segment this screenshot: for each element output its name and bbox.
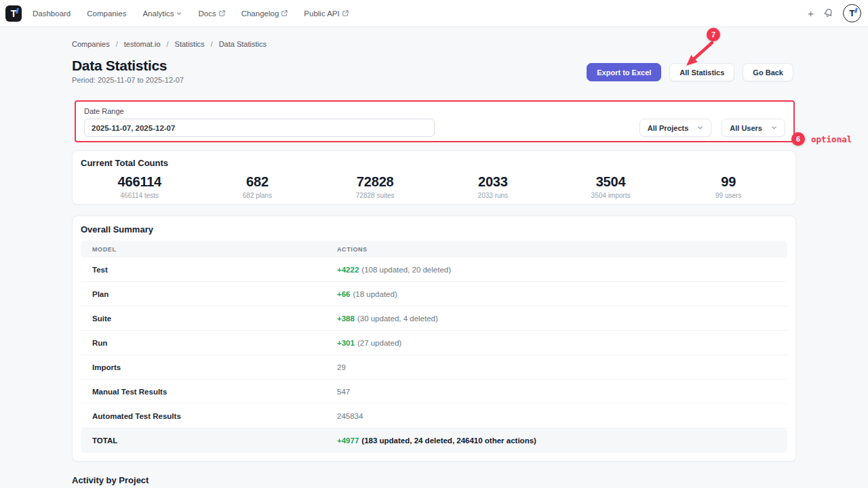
nav-right-controls: + T: [808, 4, 861, 22]
breadcrumb-separator: /: [116, 40, 118, 48]
action-details: (18 updated): [353, 290, 397, 298]
chevron-down-icon: [771, 124, 777, 132]
nav-item-companies[interactable]: Companies: [87, 9, 126, 18]
added-count: +4222: [337, 266, 359, 274]
export-to-excel-button[interactable]: Export to Excel: [587, 63, 661, 81]
nav-item-dashboard[interactable]: Dashboard: [33, 9, 71, 18]
table-row-run: Run +301 (27 updated): [81, 331, 787, 355]
data-statistics-page: T Dashboard Companies Analytics Docs: [0, 0, 868, 488]
table-header-row: MODEL ACTIONS: [81, 241, 787, 258]
added-count: +388: [337, 314, 355, 323]
add-icon[interactable]: +: [808, 8, 814, 18]
added-count: +66: [337, 290, 351, 298]
breadcrumb-item-company[interactable]: testomat.io: [124, 40, 161, 48]
current-total-counts-card: Current Total Counts 466114 466114 tests…: [72, 150, 796, 205]
projects-dropdown-value: All Projects: [648, 124, 689, 132]
overall-summary-card: Overall Summary MODEL ACTIONS Test +4222…: [72, 216, 796, 462]
added-count: +301: [337, 339, 355, 347]
breadcrumb-item-statistics[interactable]: Statistics: [175, 40, 205, 48]
users-dropdown[interactable]: All Users: [722, 119, 785, 137]
annotation-step-6-badge: 6: [791, 132, 805, 146]
date-range-input[interactable]: [84, 119, 435, 137]
avatar-letter: T: [850, 9, 855, 18]
action-details: (108 updated, 20 deleted): [361, 266, 451, 274]
chevron-down-icon: [697, 124, 703, 132]
nav-item-analytics[interactable]: Analytics: [142, 9, 182, 18]
action-details: 547: [337, 388, 350, 396]
action-details: (30 updated, 4 deleted): [357, 314, 438, 323]
external-link-icon: [219, 9, 225, 18]
table-row-manual-test-results: Manual Test Results 547: [81, 380, 787, 404]
activity-by-project-heading: Activity by Project: [72, 475, 149, 485]
annotation-step-7-badge: 7: [707, 28, 720, 41]
chevron-down-icon: [176, 9, 182, 18]
stat-plans: 682 682 plans: [199, 174, 317, 199]
action-details: 245834: [337, 412, 363, 420]
nav-item-public-api[interactable]: Public API: [304, 9, 348, 18]
date-range-label: Date Range: [84, 107, 785, 115]
breadcrumb-separator: /: [167, 40, 169, 48]
breadcrumb-item-companies[interactable]: Companies: [72, 40, 110, 48]
table-row-test: Test +4222 (108 updated, 20 deleted): [81, 258, 787, 282]
table-row-plan: Plan +66 (18 updated): [81, 282, 787, 306]
go-back-button[interactable]: Go Back: [743, 63, 793, 81]
table-row-total: TOTAL +4977 (183 updated, 24 deleted, 24…: [81, 428, 787, 453]
action-details: (183 updated, 24 deleted, 246410 other a…: [361, 436, 536, 445]
summary-heading: Overall Summary: [81, 224, 787, 235]
annotation-optional-label: optional: [811, 134, 852, 144]
page-title: Data Statistics: [72, 58, 167, 74]
nav-item-docs[interactable]: Docs: [198, 9, 224, 18]
column-header-model: MODEL: [92, 246, 337, 253]
external-link-icon: [281, 9, 288, 18]
action-details: 29: [337, 363, 346, 371]
table-row-suite: Suite +388 (30 updated, 4 deleted): [81, 306, 787, 331]
stats-row: 466114 466114 tests 682 682 plans 72828 …: [81, 174, 787, 199]
users-dropdown-value: All Users: [730, 124, 762, 132]
stat-runs: 2033 2033 runs: [434, 174, 552, 199]
breadcrumb: Companies / testomat.io / Statistics / D…: [72, 40, 267, 48]
notification-bell-icon[interactable]: [823, 7, 834, 19]
top-nav: T Dashboard Companies Analytics Docs: [0, 0, 868, 27]
stat-users: 99 99 users: [669, 174, 787, 199]
totals-heading: Current Total Counts: [81, 158, 787, 168]
added-count: +4977: [337, 436, 359, 445]
stat-suites: 72828 72828 suites: [316, 174, 434, 199]
stat-imports: 3504 3504 imports: [552, 174, 670, 199]
external-link-icon: [342, 9, 349, 18]
breadcrumb-separator: /: [211, 40, 213, 48]
stat-tests: 466114 466114 tests: [81, 174, 199, 199]
projects-dropdown[interactable]: All Projects: [639, 119, 712, 137]
table-row-automated-test-results: Automated Test Results 245834: [81, 404, 787, 428]
breadcrumb-item-current: Data Statistics: [219, 40, 267, 48]
filter-row: All Projects All Users: [84, 119, 785, 137]
nav-item-changelog[interactable]: Changelog: [241, 9, 288, 18]
column-header-actions: ACTIONS: [337, 246, 776, 253]
app-logo[interactable]: T: [5, 5, 22, 22]
table-row-imports: Imports 29: [81, 355, 787, 380]
nav-menu: Dashboard Companies Analytics Docs Chang…: [33, 9, 349, 18]
action-details: (27 updated): [357, 339, 401, 347]
filters-card: Date Range All Projects All Users: [75, 100, 795, 142]
user-avatar[interactable]: T: [843, 4, 861, 22]
period-subtitle: Period: 2025-11-07 to 2025-12-07: [72, 76, 184, 84]
logo-blue-tick: [16, 8, 19, 14]
